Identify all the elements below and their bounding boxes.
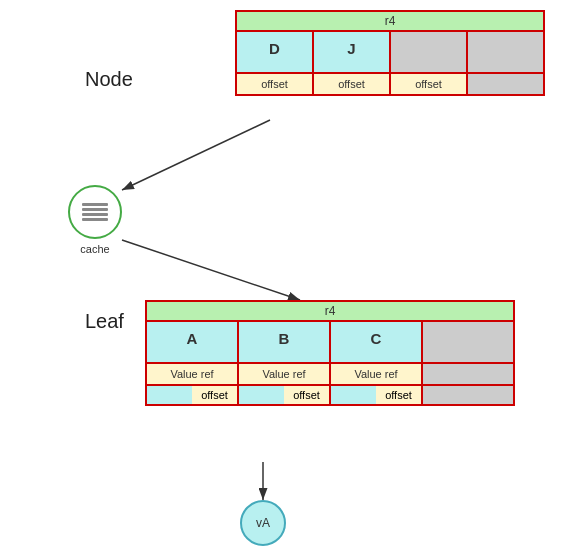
node-offset-2: offset bbox=[391, 74, 468, 94]
node-key-2 bbox=[391, 32, 468, 72]
node-key-3 bbox=[468, 32, 543, 72]
leaf-offset-cell-1: offset bbox=[239, 386, 331, 404]
svg-line-2 bbox=[122, 240, 300, 300]
leaf-offset-subleft-1 bbox=[239, 386, 284, 404]
leaf-offset-cell-2: offset bbox=[331, 386, 423, 404]
cache-label: cache bbox=[72, 243, 118, 255]
node-offset-0: offset bbox=[237, 74, 314, 94]
leaf-value-3 bbox=[423, 364, 513, 384]
leaf-key-0: A bbox=[147, 322, 239, 362]
cache-line-4 bbox=[82, 218, 108, 221]
leaf-key-3 bbox=[423, 322, 513, 362]
diagram-container: Node r4 D J offset offset offset cache L… bbox=[0, 0, 573, 553]
svg-line-1 bbox=[122, 120, 270, 190]
node-box: r4 D J offset offset offset bbox=[235, 10, 545, 96]
leaf-offset-subright-0: offset bbox=[192, 386, 237, 404]
cache-line-2 bbox=[82, 208, 108, 211]
leaf-offset-subleft-0 bbox=[147, 386, 192, 404]
va-label: vA bbox=[256, 516, 270, 530]
node-keys-row: D J bbox=[237, 32, 543, 74]
leaf-label: Leaf bbox=[85, 310, 124, 333]
leaf-value-1: Value ref bbox=[239, 364, 331, 384]
node-offset-1: offset bbox=[314, 74, 391, 94]
cache-icon bbox=[80, 198, 110, 226]
node-offsets-row: offset offset offset bbox=[237, 74, 543, 94]
cache-circle bbox=[68, 185, 122, 239]
cache-line-1 bbox=[82, 203, 108, 206]
leaf-key-1: B bbox=[239, 322, 331, 362]
leaf-value-0: Value ref bbox=[147, 364, 239, 384]
leaf-offset-subright-2: offset bbox=[376, 386, 421, 404]
node-key-1: J bbox=[314, 32, 391, 72]
node-offset-3 bbox=[468, 74, 543, 94]
cache-line-3 bbox=[82, 213, 108, 216]
va-circle: vA bbox=[240, 500, 286, 546]
leaf-header: r4 bbox=[147, 302, 513, 322]
leaf-value-2: Value ref bbox=[331, 364, 423, 384]
node-label: Node bbox=[85, 68, 133, 91]
leaf-values-row: Value ref Value ref Value ref bbox=[147, 364, 513, 386]
leaf-offset-cell-0: offset bbox=[147, 386, 239, 404]
leaf-keys-row: A B C bbox=[147, 322, 513, 364]
node-header: r4 bbox=[237, 12, 543, 32]
leaf-offset-cell-3 bbox=[423, 386, 513, 404]
node-key-0: D bbox=[237, 32, 314, 72]
leaf-offsets-row: offset offset offset bbox=[147, 386, 513, 404]
leaf-key-2: C bbox=[331, 322, 423, 362]
leaf-offset-subright-1: offset bbox=[284, 386, 329, 404]
leaf-box: r4 A B C Value ref Value ref Value ref o… bbox=[145, 300, 515, 406]
leaf-offset-subleft-2 bbox=[331, 386, 376, 404]
